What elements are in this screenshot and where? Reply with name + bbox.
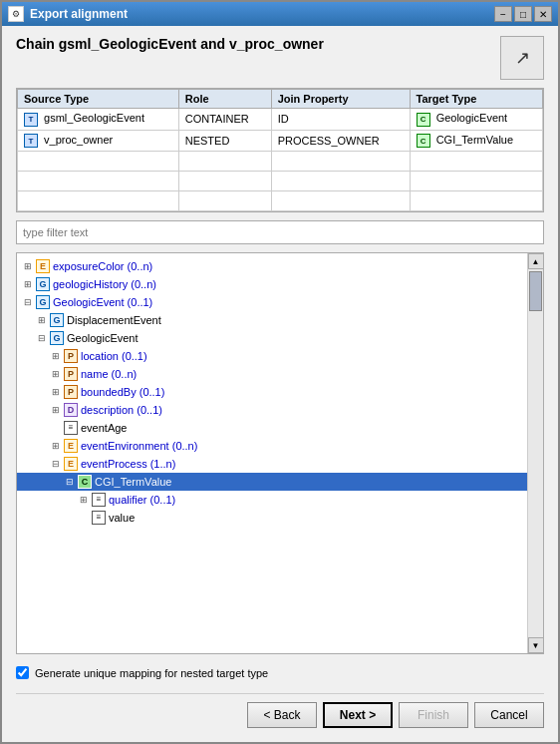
table-row[interactable]: T v_proc_owner NESTED PROCESS_OWNER C CG… bbox=[18, 130, 543, 152]
name-icon: P bbox=[63, 366, 79, 382]
tree-item-event-process[interactable]: ⊟ E eventProcess (1..n) bbox=[17, 455, 527, 473]
tree-scrollbar[interactable]: ▲ ▼ bbox=[527, 253, 543, 653]
tree-label-value: value bbox=[109, 510, 135, 526]
maximize-button[interactable]: □ bbox=[514, 6, 532, 22]
title-bar-left: ⚙ Export alignment bbox=[8, 6, 128, 22]
toggle-exposure-color[interactable]: ⊞ bbox=[21, 258, 35, 274]
tree-item-qualifier[interactable]: ⊞ ≡ qualifier (0..1) bbox=[17, 491, 527, 509]
tree-item-geologic-event-root[interactable]: ⊟ G GeologicEvent (0..1) bbox=[17, 293, 527, 311]
source-type-cell: T gsml_GeologicEvent bbox=[18, 109, 179, 131]
toggle-name[interactable]: ⊞ bbox=[49, 366, 63, 382]
tree-label-name: name (0..n) bbox=[81, 366, 137, 382]
tree-label-location: location (0..1) bbox=[81, 348, 147, 364]
table-row[interactable]: T gsml_GeologicEvent CONTAINER ID C Geol… bbox=[18, 109, 543, 131]
col-target-type: Target Type bbox=[410, 90, 542, 109]
tree-label-geologic-event-root: GeologicEvent (0..1) bbox=[53, 294, 152, 310]
tree-label-exposure-color: exposureColor (0..n) bbox=[53, 258, 152, 274]
event-environment-icon: E bbox=[63, 438, 79, 454]
tree-item-description[interactable]: ⊞ D description (0..1) bbox=[17, 401, 527, 419]
tree-label-cgi-term-value: CGI_TermValue bbox=[95, 474, 171, 490]
tree-item-event-environment[interactable]: ⊞ E eventEnvironment (0..n) bbox=[17, 437, 527, 455]
back-button[interactable]: < Back bbox=[247, 702, 317, 728]
tree-item-location[interactable]: ⊞ P location (0..1) bbox=[17, 347, 527, 365]
tree-label-event-age: eventAge bbox=[81, 420, 127, 436]
alignment-table: Source Type Role Join Property Target Ty… bbox=[16, 88, 544, 212]
event-process-icon: E bbox=[63, 456, 79, 472]
tree-item-value[interactable]: ⊞ ≡ value bbox=[17, 509, 527, 527]
minimize-button[interactable]: − bbox=[494, 6, 512, 22]
cancel-button[interactable]: Cancel bbox=[474, 702, 544, 728]
target-type-icon: C bbox=[417, 134, 430, 148]
role-cell: NESTED bbox=[178, 130, 271, 152]
unique-mapping-label: Generate unique mapping for nested targe… bbox=[35, 667, 268, 679]
window-title: Export alignment bbox=[30, 7, 128, 21]
scroll-thumb[interactable] bbox=[529, 271, 542, 311]
tree-label-geologic-event-child: GeologicEvent bbox=[67, 330, 139, 346]
tree-section: ⊞ E exposureColor (0..n) ⊞ G geologicHis… bbox=[16, 252, 544, 654]
table-row[interactable] bbox=[18, 152, 543, 172]
toggle-location[interactable]: ⊞ bbox=[49, 348, 63, 364]
tree-item-geologic-event-child[interactable]: ⊟ G GeologicEvent bbox=[17, 329, 527, 347]
window-body: Chain gsml_GeologicEvent and v_proc_owne… bbox=[2, 26, 558, 742]
col-role: Role bbox=[178, 90, 271, 109]
join-property-cell: ID bbox=[271, 109, 410, 131]
table-row[interactable] bbox=[18, 172, 543, 191]
tree-item-bounded-by[interactable]: ⊞ P boundedBy (0..1) bbox=[17, 383, 527, 401]
close-button[interactable]: ✕ bbox=[534, 6, 552, 22]
unique-mapping-checkbox[interactable] bbox=[16, 666, 29, 679]
role-cell: CONTAINER bbox=[178, 109, 271, 131]
displacement-event-icon: G bbox=[49, 312, 65, 328]
col-source-type: Source Type bbox=[18, 90, 179, 109]
target-type-cell: C CGI_TermValue bbox=[410, 130, 542, 152]
title-bar: ⚙ Export alignment − □ ✕ bbox=[2, 2, 558, 26]
tree-label-bounded-by: boundedBy (0..1) bbox=[81, 384, 164, 400]
toggle-event-environment[interactable]: ⊞ bbox=[49, 438, 63, 454]
toggle-geologic-history[interactable]: ⊞ bbox=[21, 276, 35, 292]
scroll-track[interactable] bbox=[528, 269, 543, 637]
exposure-color-icon: E bbox=[35, 258, 51, 274]
event-age-icon: ≡ bbox=[63, 420, 79, 436]
filter-input[interactable] bbox=[23, 226, 537, 238]
next-button[interactable]: Next > bbox=[323, 702, 393, 728]
page-title: Chain gsml_GeologicEvent and v_proc_owne… bbox=[16, 36, 324, 52]
join-property-cell: PROCESS_OWNER bbox=[271, 130, 410, 152]
toggle-displacement-event[interactable]: ⊞ bbox=[35, 312, 49, 328]
tree-label-event-process: eventProcess (1..n) bbox=[81, 456, 175, 472]
tree-item-name[interactable]: ⊞ P name (0..n) bbox=[17, 365, 527, 383]
source-type-icon: T bbox=[24, 113, 38, 127]
toggle-event-process[interactable]: ⊟ bbox=[49, 456, 63, 472]
finish-button[interactable]: Finish bbox=[399, 702, 468, 728]
tree-label-description: description (0..1) bbox=[81, 402, 162, 418]
target-type-cell: C GeologicEvent bbox=[410, 109, 542, 131]
filter-section[interactable] bbox=[16, 220, 544, 244]
cgi-term-value-icon: C bbox=[77, 474, 93, 490]
toggle-bounded-by[interactable]: ⊞ bbox=[49, 384, 63, 400]
tree-item-event-age[interactable]: ⊞ ≡ eventAge bbox=[17, 419, 527, 437]
description-icon: D bbox=[63, 402, 79, 418]
tree-label-geologic-history: geologicHistory (0..n) bbox=[53, 276, 156, 292]
col-join-property: Join Property bbox=[271, 90, 410, 109]
toggle-qualifier[interactable]: ⊞ bbox=[77, 492, 91, 508]
geologic-history-icon: G bbox=[35, 276, 51, 292]
toggle-description[interactable]: ⊞ bbox=[49, 402, 63, 418]
tree-label-event-environment: eventEnvironment (0..n) bbox=[81, 438, 197, 454]
tree-item-exposure-color[interactable]: ⊞ E exposureColor (0..n) bbox=[17, 257, 527, 275]
toggle-cgi-term-value[interactable]: ⊟ bbox=[63, 474, 77, 490]
table-row[interactable] bbox=[18, 191, 543, 211]
geologic-event-child-icon: G bbox=[49, 330, 65, 346]
toggle-geologic-event-child[interactable]: ⊟ bbox=[35, 330, 49, 346]
tree-item-displacement-event[interactable]: ⊞ G DisplacementEvent bbox=[17, 311, 527, 329]
export-icon[interactable]: ↗ bbox=[500, 36, 544, 80]
title-bar-controls: − □ ✕ bbox=[494, 6, 552, 22]
main-window: ⚙ Export alignment − □ ✕ Chain gsml_Geol… bbox=[0, 0, 560, 744]
scroll-down-arrow[interactable]: ▼ bbox=[528, 637, 544, 653]
tree-container[interactable]: ⊞ E exposureColor (0..n) ⊞ G geologicHis… bbox=[17, 253, 527, 653]
tree-item-cgi-term-value[interactable]: ⊟ C CGI_TermValue bbox=[17, 473, 527, 491]
tree-label-displacement-event: DisplacementEvent bbox=[67, 312, 161, 328]
toggle-geologic-event-root[interactable]: ⊟ bbox=[21, 294, 35, 310]
checkbox-row: Generate unique mapping for nested targe… bbox=[16, 662, 544, 683]
tree-item-geologic-history[interactable]: ⊞ G geologicHistory (0..n) bbox=[17, 275, 527, 293]
scroll-up-arrow[interactable]: ▲ bbox=[528, 253, 544, 269]
value-icon: ≡ bbox=[91, 510, 107, 526]
bounded-by-icon: P bbox=[63, 384, 79, 400]
